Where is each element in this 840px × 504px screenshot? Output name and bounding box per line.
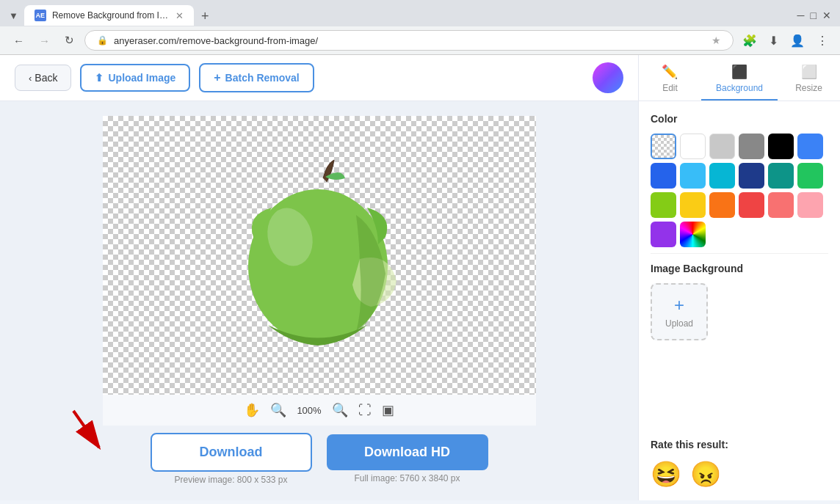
minimize-button[interactable]: ─ (797, 10, 805, 21)
tab-list-btn[interactable]: ▼ (9, 10, 18, 21)
pan-tool-button[interactable]: ✋ (244, 402, 260, 418)
swatch-teal[interactable] (768, 163, 794, 189)
back-nav-button[interactable]: ← (9, 32, 29, 50)
edit-icon: ✏️ (662, 64, 678, 80)
tab-close-icon[interactable]: ✕ (175, 10, 184, 21)
upload-image-button[interactable]: ⬆ Upload Image (80, 64, 190, 92)
zoom-out-button[interactable]: 🔍 (270, 402, 286, 418)
background-icon: ⬛ (731, 64, 747, 80)
profile-button[interactable]: 👤 (787, 31, 808, 51)
upload-icon: ⬆ (95, 72, 104, 84)
swatch-yellow-green[interactable] (651, 192, 676, 218)
zoom-level: 100% (297, 405, 321, 416)
avatar[interactable] (593, 62, 623, 93)
swatch-transparent[interactable] (651, 134, 676, 159)
upload-bg-label: Upload (665, 318, 693, 329)
reload-nav-button[interactable]: ↻ (60, 31, 79, 50)
swatch-light-pink[interactable] (797, 192, 823, 218)
swatch-light-gray[interactable] (709, 134, 735, 159)
swatch-black[interactable] (768, 134, 794, 159)
chevron-left-icon: ‹ (29, 73, 32, 84)
compare-button[interactable]: ▣ (382, 402, 394, 418)
fullscreen-button[interactable]: ⛶ (358, 403, 372, 418)
color-section-title: Color (651, 113, 828, 125)
browser-tab[interactable]: AE Remove Background from Ima... ✕ (24, 5, 194, 26)
tab-title: Remove Background from Ima... (52, 10, 170, 21)
close-button[interactable]: ✕ (822, 10, 831, 21)
swatch-green[interactable] (797, 163, 823, 189)
swatch-white[interactable] (680, 134, 706, 159)
swatch-yellow[interactable] (680, 192, 706, 218)
download-hd-button[interactable]: Download HD (327, 434, 488, 470)
url-text: anyeraser.com/remove-background-from-ima… (114, 35, 318, 46)
right-panel: Color (638, 101, 840, 500)
new-tab-button[interactable]: + (194, 7, 217, 26)
batch-removal-button[interactable]: + Batch Removal (199, 63, 314, 92)
zoom-in-button[interactable]: 🔍 (332, 402, 348, 418)
forward-nav-button[interactable]: → (35, 32, 54, 50)
downloads-button[interactable]: ⬇ (766, 31, 781, 51)
arrow-indicator (44, 403, 132, 462)
swatch-pink[interactable] (768, 192, 794, 218)
swatch-gradient[interactable] (680, 222, 706, 247)
swatch-purple[interactable] (651, 222, 676, 247)
maximize-button[interactable]: □ (811, 10, 817, 21)
address-bar[interactable]: 🔒 anyeraser.com/remove-background-from-i… (84, 30, 734, 51)
tab-edit[interactable]: ✏️ Edit (639, 58, 701, 101)
swatch-sky[interactable] (680, 163, 706, 189)
swatch-gray[interactable] (739, 134, 764, 159)
image-background-title: Image Background (651, 263, 828, 274)
download-button[interactable]: Download (151, 433, 312, 472)
swatch-dark-blue[interactable] (739, 163, 764, 189)
tab-resize[interactable]: ⬜ Resize (778, 58, 840, 101)
swatch-cyan[interactable] (709, 163, 735, 189)
swatch-orange[interactable] (709, 192, 735, 218)
rate-title: Rate this result: (651, 439, 828, 450)
extensions-button[interactable]: 🧩 (739, 31, 760, 51)
swatch-blue-light[interactable] (797, 134, 823, 159)
preview-info: Preview image: 800 x 533 px (174, 475, 287, 485)
apple-image (231, 156, 408, 354)
full-info: Full image: 5760 x 3840 px (354, 473, 460, 483)
swatch-blue[interactable] (651, 163, 676, 189)
back-button[interactable]: ‹ Back (15, 65, 71, 91)
emoji-laugh-button[interactable]: 😆 (651, 459, 681, 489)
canvas-container: ✋ 🔍 100% 🔍 ⛶ ▣ (103, 116, 536, 426)
plus-bg-icon: + (674, 295, 684, 315)
svg-line-4 (73, 411, 99, 448)
upload-bg-button[interactable]: + Upload (651, 283, 708, 340)
swatch-red[interactable] (739, 192, 764, 218)
color-swatches-grid (651, 134, 828, 247)
plus-icon: + (214, 71, 220, 84)
resize-icon: ⬜ (801, 64, 817, 80)
emoji-angry-button[interactable]: 😠 (690, 459, 721, 489)
tab-background[interactable]: ⬛ Background (701, 58, 778, 101)
menu-button[interactable]: ⋮ (814, 31, 831, 51)
canvas-toolbar: ✋ 🔍 100% 🔍 ⛶ ▣ (103, 395, 536, 426)
